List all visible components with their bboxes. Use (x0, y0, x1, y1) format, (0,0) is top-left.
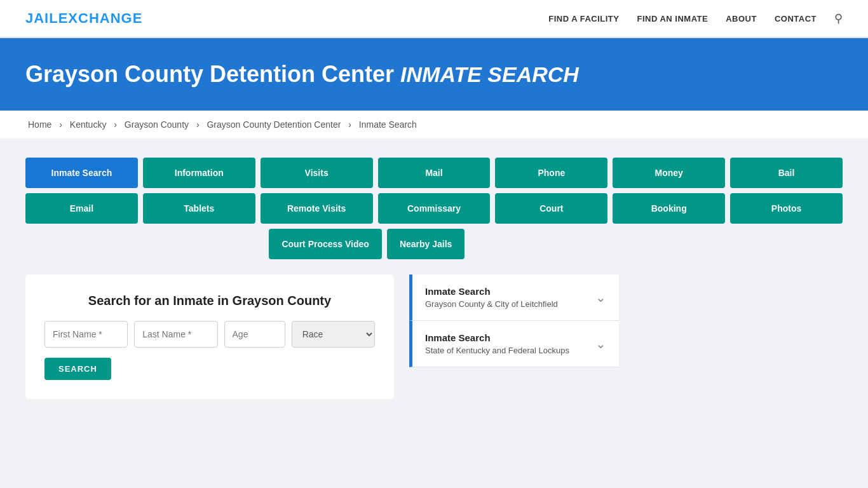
tab-mail[interactable]: Mail (378, 158, 491, 188)
tab-nearby-jails[interactable]: Nearby Jails (387, 229, 465, 259)
tab-information[interactable]: Information (143, 158, 255, 188)
hero-banner: Grayson County Detention Center INMATE S… (0, 38, 868, 111)
main-nav: FIND A FACILITY FIND AN INMATE ABOUT CON… (548, 11, 843, 25)
chevron-down-icon-1: ⌄ (595, 336, 606, 351)
breadcrumb-detention-center[interactable]: Grayson County Detention Center (207, 119, 341, 130)
breadcrumb: Home › Kentucky › Grayson County › Grays… (0, 111, 868, 139)
sidebar-card-1-title: Inmate Search (425, 332, 569, 343)
logo-exchange: EXCHANGE (58, 10, 143, 26)
page-title: Grayson County Detention Center INMATE S… (25, 61, 843, 88)
tab-row-3: Court Process Video Nearby Jails (25, 229, 843, 259)
form-fields: Race White Black Hispanic Asian Other (44, 321, 375, 348)
search-button[interactable]: SEARCH (44, 358, 111, 380)
race-select[interactable]: Race White Black Hispanic Asian Other (292, 321, 375, 348)
search-form-title: Search for an Inmate in Grayson County (44, 294, 375, 308)
sidebar-card-0-subtitle: Grayson County & City of Leitchfield (425, 299, 558, 309)
sidebar-card-0-title: Inmate Search (425, 286, 558, 297)
breadcrumb-grayson-county[interactable]: Grayson County (125, 119, 189, 130)
sidebar-card-0-text: Inmate Search Grayson County & City of L… (425, 286, 558, 309)
search-form-card: Search for an Inmate in Grayson County R… (25, 274, 394, 399)
sidebar-card-1-text: Inmate Search State of Kentucky and Fede… (425, 332, 569, 355)
last-name-input[interactable] (134, 321, 217, 348)
logo-part1: JAIL (25, 10, 58, 26)
tab-inmate-search[interactable]: Inmate Search (25, 158, 138, 188)
header: JAILEXCHANGE FIND A FACILITY FIND AN INM… (0, 0, 868, 38)
first-name-input[interactable] (44, 321, 128, 348)
tab-booking[interactable]: Booking (613, 193, 725, 224)
tab-row-1: Inmate Search Information Visits Mail Ph… (25, 158, 843, 188)
main-content: Inmate Search Information Visits Mail Ph… (0, 139, 868, 418)
chevron-down-icon-0: ⌄ (595, 290, 606, 305)
sidebar-card-1-subtitle: State of Kentucky and Federal Lockups (425, 346, 569, 355)
tab-visits[interactable]: Visits (261, 158, 373, 188)
tab-phone[interactable]: Phone (495, 158, 607, 188)
tab-money[interactable]: Money (613, 158, 725, 188)
tab-court[interactable]: Court (495, 193, 607, 224)
breadcrumb-home[interactable]: Home (28, 119, 51, 130)
tab-court-process-video[interactable]: Court Process Video (269, 229, 381, 259)
nav-find-facility[interactable]: FIND A FACILITY (548, 14, 619, 24)
sidebar-card-0[interactable]: Inmate Search Grayson County & City of L… (409, 274, 619, 321)
age-input[interactable] (224, 321, 285, 348)
breadcrumb-inmate-search: Inmate Search (359, 119, 417, 130)
search-icon[interactable]: ⚲ (834, 11, 843, 25)
tab-email[interactable]: Email (25, 193, 138, 224)
tab-remote-visits[interactable]: Remote Visits (261, 193, 373, 224)
nav-find-inmate[interactable]: FIND AN INMATE (637, 14, 708, 24)
nav-contact[interactable]: CONTACT (775, 14, 817, 24)
nav-about[interactable]: ABOUT (726, 14, 757, 24)
tab-bail[interactable]: Bail (730, 158, 843, 188)
tab-commissary[interactable]: Commissary (378, 193, 491, 224)
tab-photos[interactable]: Photos (730, 193, 843, 224)
tab-tablets[interactable]: Tablets (143, 193, 255, 224)
breadcrumb-kentucky[interactable]: Kentucky (70, 119, 107, 130)
logo[interactable]: JAILEXCHANGE (25, 10, 142, 27)
bottom-section: Search for an Inmate in Grayson County R… (25, 274, 843, 399)
tab-row-2: Email Tablets Remote Visits Commissary C… (25, 193, 843, 224)
sidebar-cards: Inmate Search Grayson County & City of L… (409, 274, 619, 367)
sidebar-card-1[interactable]: Inmate Search State of Kentucky and Fede… (409, 321, 619, 367)
